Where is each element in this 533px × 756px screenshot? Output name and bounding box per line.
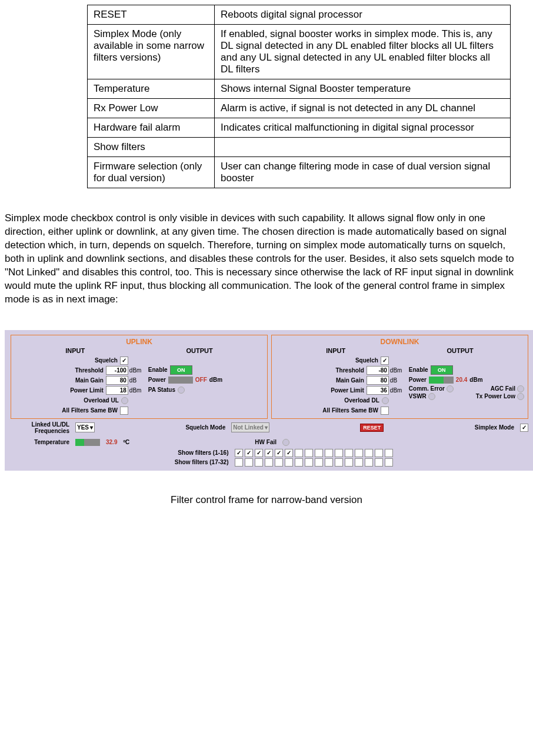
filter-checkbox[interactable] — [375, 458, 383, 467]
dl-power-bar — [429, 377, 454, 384]
dl-gain-input[interactable]: 80 — [367, 376, 389, 385]
filter-checkbox[interactable] — [365, 449, 373, 457]
simplex-paragraph: Simplex mode checkbox control is only vi… — [5, 212, 517, 307]
vswr-led — [428, 393, 435, 400]
table-row: RESETReboots digital signal processor — [88, 5, 511, 25]
temperature-bar — [75, 439, 100, 446]
filter-checkbox[interactable]: ✓ — [255, 449, 263, 457]
filter-checkbox[interactable] — [385, 458, 393, 467]
dl-powerlimit-input[interactable]: 36 — [367, 386, 389, 395]
filter-checkbox[interactable] — [335, 458, 343, 467]
filter-checkbox[interactable] — [275, 458, 283, 467]
filter-checkbox[interactable] — [245, 458, 253, 467]
filter-checkbox[interactable] — [315, 449, 323, 457]
filter-checkbox[interactable] — [295, 458, 303, 467]
filter-checkbox[interactable] — [355, 449, 363, 457]
uplink-section: UPLINK INPUTOUTPUT Squelch✓ Threshold-10… — [11, 335, 268, 419]
reset-button[interactable]: RESET — [360, 424, 384, 432]
table-row: Hardware fail alarmIndicates critical ma… — [88, 118, 511, 138]
dl-threshold-input[interactable]: -80 — [367, 366, 389, 375]
table-row: Simplex Mode (only available in some nar… — [88, 25, 511, 79]
ul-power-bar — [168, 377, 193, 384]
filter-checkbox[interactable] — [315, 458, 323, 467]
ul-squelch-checkbox[interactable]: ✓ — [120, 357, 128, 365]
dl-overload-led — [382, 397, 389, 404]
filter-checkbox[interactable] — [305, 449, 313, 457]
linked-freq-select[interactable]: YES▾ — [75, 422, 95, 432]
filter-checkbox[interactable] — [385, 449, 393, 457]
filter-checkbox[interactable] — [255, 458, 263, 467]
txlow-led — [517, 393, 524, 400]
filter-checkbox[interactable] — [285, 458, 293, 467]
comm-error-led — [447, 385, 454, 392]
downlink-section: DOWNLINK INPUTOUTPUT Squelch✓ Threshold-… — [271, 335, 528, 419]
uplink-title: UPLINK — [15, 338, 264, 347]
description-table: RESETReboots digital signal processorSim… — [87, 5, 511, 188]
filter-checkbox[interactable] — [355, 458, 363, 467]
ul-threshold-input[interactable]: -100 — [106, 366, 128, 375]
table-row: Rx Power LowAlarm is active, if signal i… — [88, 99, 511, 118]
dl-allbw-checkbox[interactable] — [381, 407, 389, 415]
control-panel: UPLINK INPUTOUTPUT Squelch✓ Threshold-10… — [5, 330, 533, 471]
filter-checkbox[interactable]: ✓ — [245, 449, 253, 457]
filter-checkbox[interactable] — [325, 449, 333, 457]
ul-powerlimit-input[interactable]: 18 — [106, 386, 128, 395]
filter-checkbox[interactable]: ✓ — [235, 449, 243, 457]
filter-checkbox[interactable] — [295, 449, 303, 457]
ul-overload-led — [121, 397, 128, 404]
figure-caption: Filter control frame for narrow-band ver… — [5, 494, 528, 506]
filter-checkbox[interactable] — [375, 449, 383, 457]
ul-enable-button[interactable]: ON — [170, 365, 192, 375]
ul-gain-input[interactable]: 80 — [106, 376, 128, 385]
filter-checkbox[interactable]: ✓ — [275, 449, 283, 457]
squelch-mode-select[interactable]: Not Linked▾ — [231, 422, 269, 432]
filter-checkbox[interactable] — [325, 458, 333, 467]
filter-checkbox[interactable] — [265, 458, 273, 467]
filter-checkbox[interactable] — [345, 449, 353, 457]
table-row: TemperatureShows internal Signal Booster… — [88, 79, 511, 99]
hwfail-led — [282, 439, 289, 446]
filter-checkbox[interactable] — [235, 458, 243, 467]
table-row: Firmware selection (only for dual versio… — [88, 157, 511, 188]
filter-checkbox[interactable] — [305, 458, 313, 467]
filter-checkbox[interactable] — [335, 449, 343, 457]
simplex-mode-checkbox[interactable]: ✓ — [520, 424, 528, 432]
dl-squelch-checkbox[interactable]: ✓ — [381, 357, 389, 365]
dl-enable-button[interactable]: ON — [431, 365, 453, 375]
filter-checkbox[interactable]: ✓ — [285, 449, 293, 457]
ul-allbw-checkbox[interactable] — [120, 407, 128, 415]
ul-pa-led — [178, 387, 185, 394]
chevron-down-icon: ▾ — [265, 424, 268, 431]
downlink-title: DOWNLINK — [275, 338, 524, 347]
table-row: Show filters — [88, 138, 511, 157]
filter-checkbox[interactable] — [345, 458, 353, 467]
filter-checkbox[interactable] — [365, 458, 373, 467]
agc-fail-led — [517, 385, 524, 392]
filter-checkbox[interactable]: ✓ — [265, 449, 273, 457]
chevron-down-icon: ▾ — [90, 424, 93, 431]
